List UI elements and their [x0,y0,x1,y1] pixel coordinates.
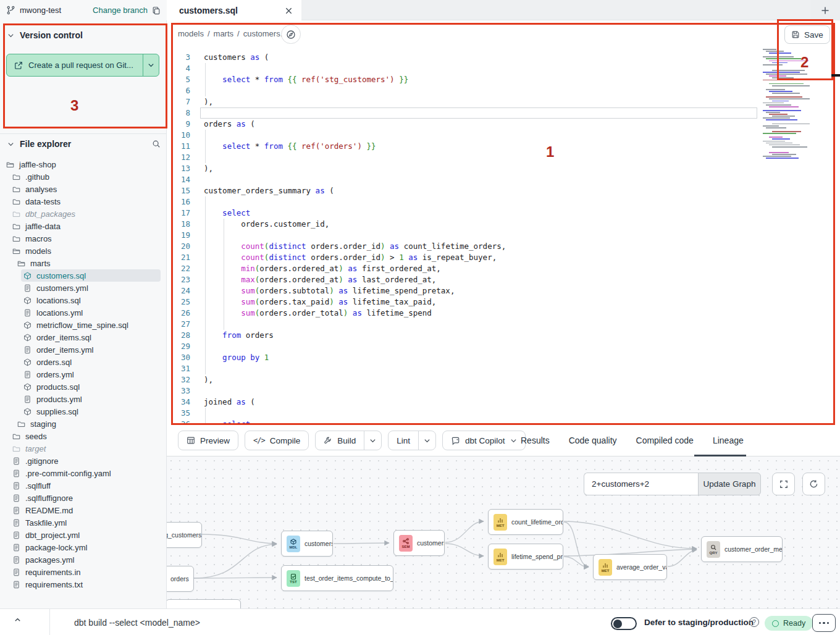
tree-item-dbt-project-yml[interactable]: dbt_project.yml [0,529,167,541]
tree-item-metricflow-time-spine-sql[interactable]: metricflow_time_spine.sql [0,319,167,331]
code-line-12[interactable]: 12 [167,152,840,163]
tree-item-macros[interactable]: macros [0,232,167,245]
pr-dropdown-chevron[interactable] [143,54,159,76]
dbt-copilot-button[interactable]: dbt Copilot [442,431,526,450]
help-icon[interactable]: ? [749,617,759,627]
lineage-node-partial[interactable] [167,599,241,608]
tree-item-order-items-yml[interactable]: order_items.yml [0,343,167,356]
tree-item-jaffle-data[interactable]: jaffle-data [0,220,167,232]
cli-command-text[interactable]: dbt build --select <model_name> [74,618,200,628]
code-line-10[interactable]: 10 [167,130,840,141]
breadcrumb-models[interactable]: models [178,29,204,38]
lint-button[interactable]: Lint [388,431,436,450]
tree-item-supplies-sql[interactable]: supplies.sql [0,405,167,418]
lint-dropdown-chevron[interactable] [418,431,435,450]
create-pull-request-button[interactable]: Create a pull request on Git... [6,54,159,77]
code-line-5[interactable]: 5 select * from {{ ref('stg_customers') … [167,74,840,85]
code-line-3[interactable]: 3customers as ( [167,52,840,63]
code-line-26[interactable]: 26 sum(orders.order_total) as lifetime_s… [167,308,840,319]
defer-toggle[interactable] [611,617,637,630]
tree-item-dbt-packages[interactable]: dbt_packages [0,208,167,220]
lineage-node-orders[interactable]: orders [167,566,194,592]
code-line-7[interactable]: 7), [167,96,840,107]
lineage-selector-input[interactable] [584,473,698,495]
copilot-dropdown-chevron[interactable] [510,437,517,444]
chevron-up-icon[interactable] [14,616,22,624]
build-button[interactable]: Build [315,431,382,450]
tree-item-packages-yml[interactable]: packages.yml [0,553,167,566]
tab-code-quality[interactable]: Code quality [569,431,617,450]
code-line-28[interactable]: 28 from orders [167,330,840,341]
tree-item--sqlfluffignore[interactable]: .sqlfluffignore [0,492,167,504]
change-branch-link[interactable]: Change branch [93,6,148,15]
code-line-9[interactable]: 9orders as ( [167,119,840,130]
tree-item--gitignore[interactable]: .gitignore [0,455,167,467]
tree-item-products-yml[interactable]: products.yml [0,393,167,405]
code-line-15[interactable]: 15customer_orders_summary as ( [167,185,840,196]
tree-item--sqlfluff[interactable]: .sqlfluff [0,479,167,492]
save-button[interactable]: Save [784,25,830,44]
new-tab-button[interactable] [810,0,840,20]
code-line-14[interactable]: 14 [167,174,840,185]
code-line-35[interactable]: 35 [167,408,840,419]
code-line-19[interactable]: 19 [167,230,840,241]
tree-item-marts[interactable]: marts [0,257,167,269]
code-line-34[interactable]: 34joined as ( [167,397,840,408]
build-dropdown-chevron[interactable] [364,431,381,450]
code-editor[interactable]: 3customers as (45 select * from {{ ref('… [167,46,840,425]
update-graph-button[interactable]: Update Graph [698,473,761,495]
lineage-node-average-order-value[interactable]: METaverage_order_value [593,554,667,580]
search-icon[interactable] [152,140,161,148]
tree-item-readme-md[interactable]: README.md [0,504,167,516]
refresh-button[interactable] [802,473,825,495]
tree-item-seeds[interactable]: seeds [0,430,167,442]
compile-button[interactable]: </> Compile [245,431,309,450]
ready-status-badge[interactable]: Ready [765,616,813,631]
code-line-23[interactable]: 23 max(orders.ordered_at) as last_ordere… [167,274,840,285]
code-line-21[interactable]: 21 count(distinct orders.order_id) > 1 a… [167,252,840,263]
file-explorer-header[interactable]: File explorer [7,139,161,149]
tree-item-models[interactable]: models [0,245,167,257]
tree-item-analyses[interactable]: analyses [0,183,167,195]
lineage-node-lifetime-spend-pretax[interactable]: METlifetime_spend_pretax [488,544,563,570]
code-line-33[interactable]: 33 [167,385,840,397]
tree-item-requirements-txt[interactable]: requirements.txt [0,578,167,591]
tree-item-orders-sql[interactable]: orders.sql [0,356,167,368]
code-line-32[interactable]: 32), [167,374,840,385]
lineage-node-customers[interactable]: SEMcustomers [393,530,445,556]
code-line-13[interactable]: 13), [167,163,840,174]
fullscreen-button[interactable] [772,473,795,495]
lineage-node-count-lifetime-orders[interactable]: METcount_lifetime_orders [488,509,563,535]
lineage-node-customer-order-metrics[interactable]: QRYcustomer_order_metrics [701,536,783,562]
tree-item-jaffle-shop[interactable]: jaffle-shop [0,158,167,170]
tree-item-products-sql[interactable]: products.sql [0,381,167,393]
code-line-25[interactable]: 25 sum(orders.tax_paid) as lifetime_tax_… [167,296,840,308]
code-line-11[interactable]: 11 select * from {{ ref('orders') }} [167,141,840,152]
more-options-button[interactable] [812,614,836,632]
code-line-6[interactable]: 6 [167,85,840,96]
copy-icon[interactable] [152,6,161,15]
tree-item-customers-sql[interactable]: customers.sql [21,269,161,282]
tree-item-customers-yml[interactable]: customers.yml [0,282,167,294]
tree-item-target[interactable]: target [0,442,167,455]
lineage-graph-panel[interactable]: stg_customersordersMDLcustomersTSTtest_o… [167,456,840,608]
tree-item--pre-commit-config-yaml[interactable]: .pre-commit-config.yaml [0,467,167,479]
editor-tab-customers-sql[interactable]: customers.sql [167,0,301,21]
code-line-18[interactable]: 18 orders.customer_id, [167,219,840,230]
preview-button[interactable]: Preview [178,431,238,450]
breadcrumb-marts[interactable]: marts [214,29,234,38]
tree-item-staging[interactable]: staging [0,418,167,430]
lineage-node-stg-customers[interactable]: stg_customers [167,522,202,548]
tree-item-locations-yml[interactable]: locations.yml [0,306,167,319]
code-line-27[interactable]: 27 [167,319,840,330]
code-line-17[interactable]: 17 select [167,208,840,219]
tree-item-package-lock-yml[interactable]: package-lock.yml [0,541,167,553]
code-line-22[interactable]: 22 min(orders.ordered_at) as first_order… [167,263,840,274]
lineage-node-test-order-items-compute-to-bools-[interactable]: TSTtest_order_items_compute_to_bools... [281,565,393,591]
minimap[interactable] [760,49,810,166]
tree-item-order-items-sql[interactable]: order_items.sql [0,331,167,343]
code-line-20[interactable]: 20 count(distinct orders.order_id) as co… [167,241,840,252]
code-line-36[interactable]: 36 select [167,419,840,425]
tab-lineage[interactable]: Lineage [713,431,744,450]
tree-item-orders-yml[interactable]: orders.yml [0,368,167,381]
